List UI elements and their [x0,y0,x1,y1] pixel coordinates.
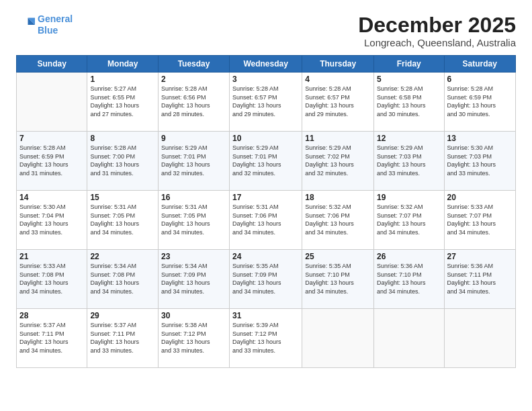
day-number: 28 [19,311,84,320]
day-number: 22 [90,252,155,261]
day-info: Sunrise: 5:29 AM Sunset: 7:01 PM Dayligh… [161,144,226,177]
day-info: Sunrise: 5:35 AM Sunset: 7:09 PM Dayligh… [232,262,299,295]
day-number: 29 [90,311,155,320]
day-number: 31 [232,311,299,320]
day-number: 5 [377,75,441,84]
weekday-header-sunday: Sunday [17,56,87,73]
calendar-cell: 17Sunrise: 5:31 AM Sunset: 7:06 PM Dayli… [230,191,302,250]
day-info: Sunrise: 5:32 AM Sunset: 7:07 PM Dayligh… [377,203,441,236]
week-row-2: 7Sunrise: 5:28 AM Sunset: 6:59 PM Daylig… [17,132,516,191]
day-info: Sunrise: 5:39 AM Sunset: 7:12 PM Dayligh… [232,321,299,355]
weekday-header-wednesday: Wednesday [230,56,302,73]
calendar-cell [374,309,444,368]
calendar-cell: 11Sunrise: 5:29 AM Sunset: 7:02 PM Dayli… [302,132,374,191]
day-info: Sunrise: 5:35 AM Sunset: 7:10 PM Dayligh… [305,262,371,295]
day-number: 20 [447,193,513,202]
day-info: Sunrise: 5:29 AM Sunset: 7:01 PM Dayligh… [232,144,299,177]
day-info: Sunrise: 5:34 AM Sunset: 7:08 PM Dayligh… [90,262,155,295]
calendar-cell: 22Sunrise: 5:34 AM Sunset: 7:08 PM Dayli… [87,250,159,309]
calendar-cell: 25Sunrise: 5:35 AM Sunset: 7:10 PM Dayli… [302,250,374,309]
day-info: Sunrise: 5:31 AM Sunset: 7:05 PM Dayligh… [90,203,155,236]
calendar-cell: 7Sunrise: 5:28 AM Sunset: 6:59 PM Daylig… [17,132,87,191]
logo-text: General Blue [38,13,73,36]
day-info: Sunrise: 5:28 AM Sunset: 6:56 PM Dayligh… [161,85,226,118]
weekday-header-saturday: Saturday [444,56,515,73]
calendar-cell: 9Sunrise: 5:29 AM Sunset: 7:01 PM Daylig… [159,132,230,191]
logo-icon [16,15,35,34]
day-info: Sunrise: 5:28 AM Sunset: 6:59 PM Dayligh… [447,85,513,118]
day-number: 15 [90,193,155,202]
location: Longreach, Queensland, Australia [358,37,516,48]
logo-line1: General [38,13,73,24]
day-number: 25 [305,252,371,261]
calendar-cell: 23Sunrise: 5:34 AM Sunset: 7:09 PM Dayli… [159,250,230,309]
day-info: Sunrise: 5:29 AM Sunset: 7:03 PM Dayligh… [377,144,441,177]
day-number: 17 [232,193,299,202]
day-info: Sunrise: 5:32 AM Sunset: 7:06 PM Dayligh… [305,203,371,236]
calendar: SundayMondayTuesdayWednesdayThursdayFrid… [16,55,516,368]
calendar-cell: 2Sunrise: 5:28 AM Sunset: 6:56 PM Daylig… [159,73,230,132]
calendar-cell: 5Sunrise: 5:28 AM Sunset: 6:58 PM Daylig… [374,73,444,132]
logo: General Blue [16,13,73,36]
day-info: Sunrise: 5:38 AM Sunset: 7:12 PM Dayligh… [161,321,226,355]
day-info: Sunrise: 5:34 AM Sunset: 7:09 PM Dayligh… [161,262,226,295]
day-info: Sunrise: 5:30 AM Sunset: 7:03 PM Dayligh… [447,144,513,177]
calendar-cell: 21Sunrise: 5:33 AM Sunset: 7:08 PM Dayli… [17,250,87,309]
day-info: Sunrise: 5:28 AM Sunset: 6:57 PM Dayligh… [305,85,371,118]
calendar-cell: 18Sunrise: 5:32 AM Sunset: 7:06 PM Dayli… [302,191,374,250]
logo-line2: Blue [38,25,58,36]
day-number: 26 [377,252,441,261]
day-info: Sunrise: 5:27 AM Sunset: 6:55 PM Dayligh… [90,85,155,118]
day-info: Sunrise: 5:29 AM Sunset: 7:02 PM Dayligh… [305,144,371,177]
day-info: Sunrise: 5:28 AM Sunset: 6:59 PM Dayligh… [19,144,84,177]
day-number: 2 [161,75,226,84]
day-number: 14 [19,193,84,202]
day-info: Sunrise: 5:30 AM Sunset: 7:04 PM Dayligh… [19,203,84,236]
day-number: 4 [305,75,371,84]
calendar-cell [302,309,374,368]
calendar-cell [444,309,515,368]
day-info: Sunrise: 5:28 AM Sunset: 7:00 PM Dayligh… [90,144,155,177]
page: General Blue December 2025 Longreach, Qu… [0,0,532,411]
day-info: Sunrise: 5:37 AM Sunset: 7:11 PM Dayligh… [19,321,84,355]
calendar-cell: 28Sunrise: 5:37 AM Sunset: 7:11 PM Dayli… [17,309,87,368]
week-row-5: 28Sunrise: 5:37 AM Sunset: 7:11 PM Dayli… [17,309,516,368]
day-info: Sunrise: 5:31 AM Sunset: 7:05 PM Dayligh… [161,203,226,236]
day-number: 9 [161,134,226,143]
calendar-cell: 13Sunrise: 5:30 AM Sunset: 7:03 PM Dayli… [444,132,515,191]
day-number: 7 [19,134,84,143]
day-info: Sunrise: 5:33 AM Sunset: 7:08 PM Dayligh… [19,262,84,295]
day-number: 18 [305,193,371,202]
calendar-cell: 1Sunrise: 5:27 AM Sunset: 6:55 PM Daylig… [87,73,159,132]
day-number: 23 [161,252,226,261]
day-info: Sunrise: 5:37 AM Sunset: 7:11 PM Dayligh… [90,321,155,355]
calendar-cell [17,73,87,132]
day-number: 13 [447,134,513,143]
day-number: 21 [19,252,84,261]
day-info: Sunrise: 5:28 AM Sunset: 6:57 PM Dayligh… [232,85,299,118]
calendar-cell: 31Sunrise: 5:39 AM Sunset: 7:12 PM Dayli… [230,309,302,368]
calendar-cell: 15Sunrise: 5:31 AM Sunset: 7:05 PM Dayli… [87,191,159,250]
weekday-header-row: SundayMondayTuesdayWednesdayThursdayFrid… [17,56,516,73]
header: General Blue December 2025 Longreach, Qu… [16,13,516,48]
day-number: 1 [90,75,155,84]
calendar-cell: 3Sunrise: 5:28 AM Sunset: 6:57 PM Daylig… [230,73,302,132]
day-number: 16 [161,193,226,202]
calendar-cell: 30Sunrise: 5:38 AM Sunset: 7:12 PM Dayli… [159,309,230,368]
weekday-header-monday: Monday [87,56,159,73]
calendar-cell: 10Sunrise: 5:29 AM Sunset: 7:01 PM Dayli… [230,132,302,191]
week-row-4: 21Sunrise: 5:33 AM Sunset: 7:08 PM Dayli… [17,250,516,309]
calendar-cell: 8Sunrise: 5:28 AM Sunset: 7:00 PM Daylig… [87,132,159,191]
day-number: 8 [90,134,155,143]
calendar-cell: 6Sunrise: 5:28 AM Sunset: 6:59 PM Daylig… [444,73,515,132]
calendar-cell: 12Sunrise: 5:29 AM Sunset: 7:03 PM Dayli… [374,132,444,191]
week-row-3: 14Sunrise: 5:30 AM Sunset: 7:04 PM Dayli… [17,191,516,250]
day-info: Sunrise: 5:28 AM Sunset: 6:58 PM Dayligh… [377,85,441,118]
calendar-cell: 16Sunrise: 5:31 AM Sunset: 7:05 PM Dayli… [159,191,230,250]
day-number: 19 [377,193,441,202]
day-number: 12 [377,134,441,143]
calendar-cell: 14Sunrise: 5:30 AM Sunset: 7:04 PM Dayli… [17,191,87,250]
weekday-header-friday: Friday [374,56,444,73]
weekday-header-thursday: Thursday [302,56,374,73]
day-info: Sunrise: 5:36 AM Sunset: 7:10 PM Dayligh… [377,262,441,295]
